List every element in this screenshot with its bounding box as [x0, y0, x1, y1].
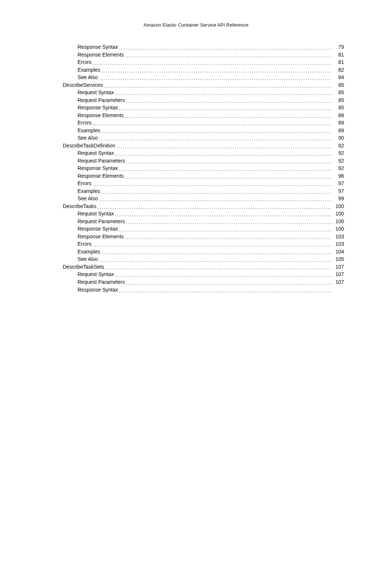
toc-title[interactable]: Examples — [78, 248, 101, 255]
toc-page-number: 89 — [331, 119, 344, 126]
toc-row: Response Syntax79 — [48, 43, 344, 51]
toc-row: Examples104 — [48, 248, 344, 256]
toc-title[interactable]: Response Syntax — [78, 164, 119, 172]
toc-title[interactable]: Errors — [78, 119, 93, 126]
toc-row: Examples89 — [48, 127, 344, 135]
toc-page-number: 79 — [331, 43, 344, 51]
toc-title[interactable]: Response Syntax — [78, 286, 119, 293]
toc-page-number: 89 — [331, 127, 344, 134]
toc-title[interactable]: Errors — [78, 58, 93, 66]
toc-dots — [125, 235, 331, 241]
toc-row: Errors103 — [48, 240, 344, 248]
toc-dots — [125, 113, 331, 120]
toc-page-number: 97 — [331, 180, 344, 187]
toc-page-number: 85 — [331, 89, 344, 96]
toc-title[interactable]: Examples — [78, 127, 101, 134]
toc-page-number: 90 — [331, 134, 344, 142]
toc-dots — [115, 91, 331, 97]
toc-row: Errors97 — [48, 180, 344, 187]
toc-row: See Also84 — [48, 74, 344, 81]
toc-dots — [125, 174, 331, 181]
toc-title[interactable]: Response Elements — [78, 233, 125, 240]
toc-page-number: 104 — [331, 248, 344, 255]
toc-title[interactable]: Request Parameters — [78, 157, 126, 164]
toc-page-number: 85 — [331, 104, 344, 111]
toc-title[interactable]: DescribeTaskDefinition — [63, 142, 116, 149]
toc-dots — [101, 68, 331, 75]
toc-dots — [115, 151, 331, 158]
toc-row: Response Syntax85 — [48, 104, 344, 112]
toc-dots — [119, 166, 331, 173]
toc-row: Response Syntax — [48, 286, 344, 294]
document-page: Amazon Elastic Container Service API Ref… — [0, 0, 392, 308]
toc-title[interactable]: Response Syntax — [78, 225, 119, 232]
toc-page-number: 81 — [331, 58, 344, 66]
toc-page-number: 85 — [331, 81, 344, 89]
toc-page-number: 92 — [331, 149, 344, 157]
toc-dots — [126, 98, 331, 105]
toc-row: Request Parameters107 — [48, 278, 344, 286]
toc-title[interactable]: Request Syntax — [78, 271, 115, 278]
toc-dots — [119, 45, 331, 52]
toc-title[interactable]: Examples — [78, 187, 101, 195]
toc-title[interactable]: Examples — [78, 66, 101, 74]
toc-row: Request Syntax107 — [48, 271, 344, 278]
toc-title[interactable]: Response Syntax — [78, 43, 119, 51]
toc-dots — [115, 272, 331, 279]
toc-row: Response Syntax92 — [48, 164, 344, 172]
toc-page-number: 92 — [331, 164, 344, 172]
toc-row: Response Elements103 — [48, 233, 344, 241]
toc-title[interactable]: Response Elements — [78, 112, 125, 119]
toc-page-number: 97 — [331, 187, 344, 195]
toc-title[interactable]: See Also — [78, 134, 99, 142]
page-header: Amazon Elastic Container Service API Ref… — [48, 22, 344, 28]
toc-dots — [99, 136, 331, 143]
toc-dots — [93, 121, 331, 127]
toc-row: DescribeTaskSets107 — [48, 263, 344, 271]
toc-dots — [105, 265, 331, 272]
toc-row: Response Elements81 — [48, 51, 344, 59]
toc-title[interactable]: DescribeTaskSets — [63, 263, 105, 271]
toc-row: See Also99 — [48, 195, 344, 203]
toc-row: DescribeTasks100 — [48, 203, 344, 210]
toc-title[interactable]: Errors — [78, 240, 93, 248]
toc-row: Request Parameters100 — [48, 218, 344, 225]
toc-title[interactable]: Response Elements — [78, 172, 125, 180]
toc-row: Response Syntax100 — [48, 225, 344, 233]
toc-page-number: 100 — [331, 203, 344, 210]
toc-dots — [99, 197, 331, 203]
toc-dots — [101, 129, 331, 135]
toc-dots — [116, 144, 331, 150]
toc-row: Request Syntax92 — [48, 149, 344, 157]
toc-dots — [119, 227, 331, 234]
toc-dots — [126, 220, 331, 226]
toc-row: See Also90 — [48, 134, 344, 142]
toc-title[interactable]: Request Parameters — [78, 278, 126, 286]
toc-title[interactable]: Request Syntax — [78, 89, 115, 96]
toc-title[interactable]: Errors — [78, 180, 93, 187]
toc-page-number: 105 — [331, 255, 344, 263]
toc-title[interactable]: DescribeServices — [63, 81, 104, 89]
toc-row: See Also105 — [48, 255, 344, 263]
toc-title[interactable]: Response Syntax — [78, 104, 119, 111]
toc-title[interactable]: Request Syntax — [78, 210, 115, 217]
toc-title[interactable]: Response Elements — [78, 51, 125, 58]
toc-title[interactable]: Request Parameters — [78, 96, 126, 104]
toc-dots — [126, 280, 331, 287]
toc-row: Request Syntax85 — [48, 89, 344, 96]
toc-title[interactable]: DescribeTasks — [63, 203, 97, 210]
toc-dots — [99, 257, 331, 264]
toc-title[interactable]: See Also — [78, 74, 99, 81]
toc-page-number: 82 — [331, 66, 344, 74]
toc-title[interactable]: See Also — [78, 195, 99, 202]
toc-dots — [101, 250, 331, 256]
toc-title[interactable]: Request Parameters — [78, 218, 126, 225]
toc-page-number: 107 — [331, 271, 344, 278]
toc-dots — [126, 159, 331, 166]
toc-page-number: 84 — [331, 74, 344, 81]
toc-dots — [101, 189, 331, 196]
toc-page-number: 96 — [331, 172, 344, 180]
toc-title[interactable]: Request Syntax — [78, 149, 115, 157]
toc-page-number: 107 — [331, 278, 344, 286]
toc-title[interactable]: See Also — [78, 255, 99, 263]
